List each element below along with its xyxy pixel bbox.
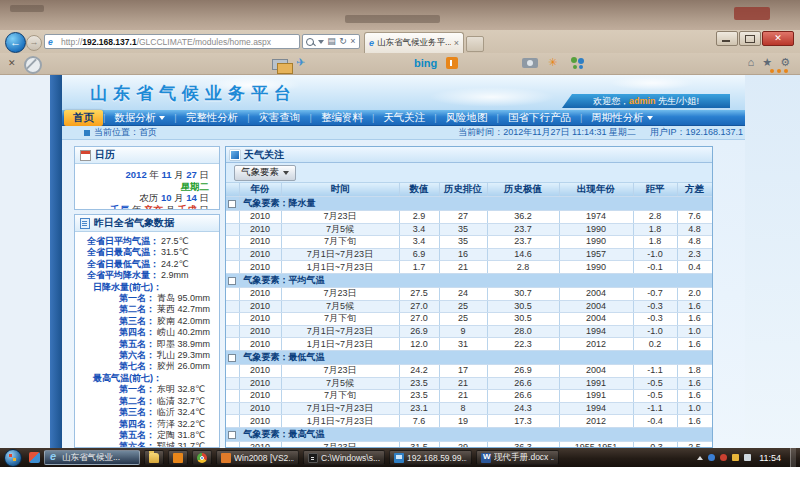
checkbox[interactable] [228, 277, 236, 285]
taskbar-icon-button[interactable] [192, 450, 212, 465]
tray-alert-icon[interactable] [732, 454, 739, 461]
tab-favicon-ie: e [369, 38, 374, 48]
back-button[interactable]: ← [5, 32, 26, 53]
checkbox[interactable] [228, 354, 236, 362]
table-row[interactable]: 20101月1日~7月23日12.03122.320120.21.6 [226, 338, 712, 351]
table-row[interactable]: 20107月23日31.52936.31955,1951-0.32.5 [226, 441, 712, 448]
nav-item-6[interactable]: 天气关注 [374, 110, 434, 126]
ime-gadget-icon[interactable] [29, 452, 40, 463]
rank-row: 第六名：乳山 29.3mm [79, 350, 213, 361]
table-row[interactable]: 20107月下旬23.52126.61991-0.51.6 [226, 390, 712, 403]
row-lead-cell [226, 211, 239, 224]
table-row[interactable]: 20107月1日~7月23日6.91614.61957-1.02.3 [226, 248, 712, 261]
nav-item-7[interactable]: 风险地图 [437, 110, 497, 126]
cards-icon[interactable] [272, 59, 288, 70]
table-row[interactable]: 20107月1日~7月23日23.1824.31994-1.11.0 [226, 402, 712, 415]
search-icon[interactable] [306, 38, 314, 46]
tray-security-icon[interactable] [720, 454, 727, 461]
tray-expand-icon[interactable] [697, 456, 703, 460]
settings-gear-icon[interactable]: ⚙ [780, 56, 790, 69]
table-row[interactable]: 20101月1日~7月23日1.7212.81990-0.10.4 [226, 261, 712, 274]
breadcrumb-icon [84, 130, 90, 136]
nav-item-5[interactable]: 整编资料 [312, 110, 372, 126]
table-row[interactable]: 20107月23日2.92736.219742.87.6 [226, 211, 712, 224]
table-row[interactable]: 20107月下旬3.43523.719901.84.8 [226, 236, 712, 249]
table-row[interactable]: 20107月下旬27.02530.52004-0.31.6 [226, 313, 712, 326]
table-cell: 26.6 [487, 390, 559, 403]
group-header-row[interactable]: 气象要素：平均气温 [226, 273, 712, 287]
taskbar-icon-button[interactable] [144, 450, 164, 465]
table-row[interactable]: 20107月1日~7月23日26.9928.01994-1.01.0 [226, 325, 712, 338]
refresh-icon[interactable]: ↻ [339, 37, 347, 46]
tray-help-icon[interactable] [708, 454, 715, 461]
group-header-title: 气象要素：降水量 [239, 197, 712, 211]
people-icon[interactable] [570, 57, 586, 69]
nav-item-2[interactable]: 数据分析 [105, 110, 174, 126]
taskbar-icon-button[interactable] [168, 450, 188, 465]
table-row[interactable]: 20107月5候23.52126.61991-0.51.6 [226, 377, 712, 390]
nav-item-3[interactable]: 完整性分析 [177, 110, 248, 126]
home-icon[interactable]: ⌂ [748, 56, 755, 69]
nav-item-8[interactable]: 国省下行产品 [499, 110, 580, 126]
checkbox[interactable] [228, 431, 236, 439]
blocked-addon-icon[interactable] [24, 56, 42, 74]
stat-row: 全省日最高气温：31.5℃ [79, 247, 213, 258]
send-plane-icon[interactable]: ✈ [296, 56, 305, 69]
group-header-row[interactable]: 气象要素：最低气温 [226, 350, 712, 364]
chevron-down-icon[interactable] [318, 40, 324, 44]
group-header-row[interactable]: 气象要素：降水量 [226, 197, 712, 211]
table-row[interactable]: 20107月5候3.43523.719901.84.8 [226, 223, 712, 236]
nav-item-4[interactable]: 灾害查询 [250, 110, 310, 126]
table-cell: 1991 [559, 390, 633, 403]
forward-button[interactable]: → [26, 35, 42, 51]
element-filter-button[interactable]: 气象要素 [234, 165, 296, 181]
calendar-panel-body: 2012 年 11 月 27 日 星期二 农历 10 月 14 日 壬辰 年 辛… [75, 164, 219, 210]
checkbox[interactable] [228, 200, 236, 208]
table-cell: 7月下旬 [281, 390, 399, 403]
toolbar-close-icon[interactable]: ✕ [8, 58, 16, 68]
bing-logo[interactable]: bing [414, 57, 437, 69]
table-cell: 17.3 [487, 415, 559, 428]
table-cell: 2010 [239, 415, 281, 428]
spark-icon[interactable]: ✳ [548, 56, 557, 69]
nav-item-1[interactable]: 首页 [64, 110, 103, 126]
table-row[interactable]: 20107月23日24.21726.92004-1.11.8 [226, 364, 712, 377]
page-left-border [50, 75, 62, 448]
address-bar[interactable]: ehttp://192.168.137.1/GLCCLIMATE/modules… [44, 34, 300, 49]
new-tab-button[interactable] [466, 36, 484, 52]
favorites-star-icon[interactable]: ★ [762, 56, 772, 69]
table-row[interactable]: 20107月5候27.02530.52004-0.31.6 [226, 300, 712, 313]
group-header-row[interactable]: 气象要素：最高气温 [226, 427, 712, 441]
rank-value: 临沂 32.4℃ [155, 407, 205, 418]
taskbar-window-button[interactable]: 现代手册.docx ... [476, 450, 559, 465]
show-desktop-button[interactable] [790, 448, 796, 467]
rank-label: 第一名： [79, 293, 155, 304]
table-cell: 23.5 [399, 390, 439, 403]
taskbar-window-button[interactable]: Win2008 [VS2... [216, 450, 299, 465]
table-cell: 30.5 [487, 313, 559, 326]
minimize-button[interactable] [716, 31, 738, 46]
taskbar-clock[interactable]: 11:54 [759, 453, 781, 463]
table-cell: 6.9 [399, 248, 439, 261]
start-button[interactable] [4, 449, 22, 467]
stop-icon[interactable]: × [350, 37, 355, 46]
table-row[interactable]: 20101月1日~7月23日7.61917.32012-0.41.6 [226, 415, 712, 428]
row-lead-cell [226, 223, 239, 236]
table-cell: -0.5 [633, 377, 677, 390]
nav-item-9[interactable]: 周期性分析 [582, 110, 662, 126]
page-wrapper: 山东省气候业务平台 欢迎您，admin 先生/小姐! 首页|数据分析|完整性分析… [62, 75, 745, 448]
tab-close-icon[interactable]: × [454, 38, 459, 48]
taskbar-window-button[interactable]: C:\Windows\s... [303, 450, 385, 465]
close-button[interactable]: ✕ [762, 31, 794, 46]
camera-icon[interactable] [522, 58, 538, 68]
network-icon[interactable] [744, 454, 751, 461]
toolbar-app-icon[interactable] [446, 57, 458, 69]
stat-value: 31.5℃ [159, 247, 189, 258]
table-row[interactable]: 20107月23日27.52430.72004-0.72.0 [226, 287, 712, 300]
browser-tab[interactable]: e 山东省气候业务平... × [364, 32, 464, 53]
maximize-button[interactable] [739, 31, 761, 46]
taskbar-window-button[interactable]: 192.168.59.99... [389, 450, 472, 465]
page-icon[interactable]: ▤ [327, 37, 336, 46]
taskbar-ie-button[interactable]: 山东省气候业... [44, 450, 140, 465]
table-cell: 17 [439, 364, 487, 377]
